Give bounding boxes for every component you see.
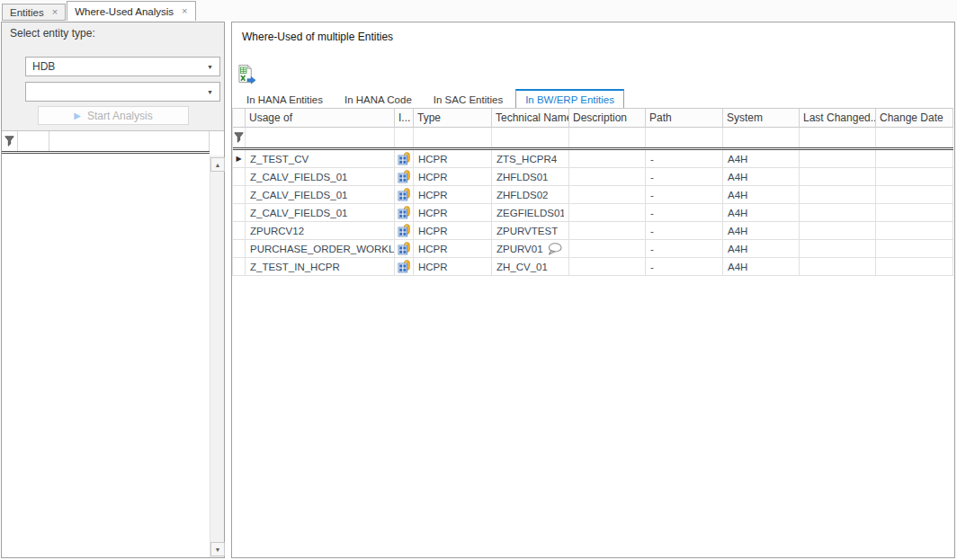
tab-close-icon[interactable]: × <box>182 6 187 16</box>
entity-select[interactable]: ▼ <box>25 82 220 102</box>
cell-description[interactable] <box>569 258 646 276</box>
cell-system[interactable]: A4H <box>723 186 800 204</box>
cell-path[interactable]: - <box>646 240 723 258</box>
cell-path[interactable]: - <box>646 168 723 186</box>
cell-type[interactable]: HCPR <box>414 204 492 222</box>
cell-usage-of[interactable]: Z_CALV_FIELDS_01 <box>246 204 395 222</box>
cell-path[interactable]: - <box>646 186 723 204</box>
filter-cell[interactable] <box>492 128 569 147</box>
results-tab-in-sac-entities[interactable]: In SAC Entities <box>425 92 512 108</box>
comment-bubble-icon[interactable] <box>547 243 562 255</box>
cell-object-icon[interactable] <box>395 150 414 168</box>
column-header-description[interactable]: Description <box>569 109 646 128</box>
row-indicator-cell[interactable] <box>233 222 246 240</box>
row-indicator-cell[interactable] <box>233 204 246 222</box>
results-tab-in-hana-code[interactable]: In HANA Code <box>335 92 421 108</box>
cell-type[interactable]: HCPR <box>414 150 492 168</box>
cell-technical-name[interactable]: ZHFLDS02 <box>492 186 569 204</box>
cell-usage-of[interactable]: ZPURCV12 <box>246 222 395 240</box>
cell-object-icon[interactable] <box>395 186 414 204</box>
filter-cell[interactable] <box>414 128 492 147</box>
cell-technical-name[interactable]: ZEGFIELDS01 <box>492 204 569 222</box>
cell-usage-of[interactable]: Z_TEST_IN_HCPR <box>246 258 395 276</box>
sidebar-scrollbar[interactable]: ▲ ▼ <box>210 156 224 557</box>
filter-cell[interactable] <box>876 128 953 147</box>
cell-usage-of[interactable]: Z_CALV_FIELDS_01 <box>246 168 395 186</box>
cell-usage-of[interactable]: Z_TEST_CV <box>246 150 395 168</box>
column-header-change-date[interactable]: Change Date <box>876 109 953 128</box>
cell-last-changed[interactable] <box>800 150 876 168</box>
column-header-i[interactable]: I... <box>395 109 414 128</box>
cell-change-date[interactable] <box>876 240 953 258</box>
table-row[interactable]: ZPURCV12HCPRZPURVTEST-A4H <box>233 222 953 240</box>
cell-object-icon[interactable] <box>395 258 414 276</box>
cell-description[interactable] <box>569 150 646 168</box>
cell-system[interactable]: A4H <box>723 168 800 186</box>
cell-system[interactable]: A4H <box>723 204 800 222</box>
results-tab-in-hana-entities[interactable]: In HANA Entities <box>237 92 332 108</box>
window-tab-where-used-analysis[interactable]: Where-Used Analysis× <box>67 1 195 21</box>
filter-cell[interactable] <box>723 128 800 147</box>
cell-object-icon[interactable] <box>395 204 414 222</box>
table-row[interactable]: PURCHASE_ORDER_WORKLISTHCPRZPURV01-A4H <box>233 240 953 258</box>
column-header-type[interactable]: Type <box>414 109 492 128</box>
cell-path[interactable]: - <box>646 204 723 222</box>
cell-technical-name[interactable]: ZPURV01 <box>492 240 569 258</box>
cell-technical-name[interactable]: ZPURVTEST <box>492 222 569 240</box>
table-row[interactable]: ▶Z_TEST_CVHCPRZTS_HCPR4-A4H <box>233 150 953 168</box>
row-indicator-cell[interactable] <box>233 240 246 258</box>
cell-path[interactable]: - <box>646 222 723 240</box>
column-header-system[interactable]: System <box>723 109 800 128</box>
scroll-up-icon[interactable]: ▲ <box>210 157 225 172</box>
cell-system[interactable]: A4H <box>723 150 800 168</box>
cell-system[interactable]: A4H <box>723 258 800 276</box>
cell-type[interactable]: HCPR <box>414 222 492 240</box>
cell-change-date[interactable] <box>876 222 953 240</box>
results-tab-in-bw-erp-entities[interactable]: In BW/ERP Entities <box>515 89 624 108</box>
cell-last-changed[interactable] <box>800 204 876 222</box>
cell-description[interactable] <box>569 168 646 186</box>
cell-object-icon[interactable] <box>395 168 414 186</box>
cell-last-changed[interactable] <box>800 186 876 204</box>
filter-cell[interactable] <box>646 128 723 147</box>
table-row[interactable]: Z_CALV_FIELDS_01HCPRZEGFIELDS01-A4H <box>233 204 953 222</box>
column-header-last-changed[interactable]: Last Changed... <box>800 109 876 128</box>
column-header-indicator[interactable] <box>233 109 246 128</box>
cell-type[interactable]: HCPR <box>414 186 492 204</box>
cell-change-date[interactable] <box>876 258 953 276</box>
cell-last-changed[interactable] <box>800 222 876 240</box>
cell-type[interactable]: HCPR <box>414 258 492 276</box>
cell-path[interactable]: - <box>646 150 723 168</box>
cell-description[interactable] <box>569 186 646 204</box>
tab-close-icon[interactable]: × <box>52 7 58 17</box>
cell-object-icon[interactable] <box>395 222 414 240</box>
cell-path[interactable]: - <box>646 258 723 276</box>
filter-cell[interactable] <box>569 128 646 147</box>
window-tab-entities[interactable]: Entities× <box>2 4 66 21</box>
cell-change-date[interactable] <box>876 204 953 222</box>
cell-last-changed[interactable] <box>800 168 876 186</box>
cell-last-changed[interactable] <box>800 258 876 276</box>
filter-cell[interactable] <box>395 128 414 147</box>
entity-type-select[interactable]: HDB ▼ <box>25 57 220 76</box>
cell-description[interactable] <box>569 204 646 222</box>
scroll-down-icon[interactable]: ▼ <box>210 542 225 556</box>
table-row[interactable]: Z_TEST_IN_HCPRHCPRZH_CV_01-A4H <box>233 258 953 276</box>
cell-usage-of[interactable]: Z_CALV_FIELDS_01 <box>246 186 395 204</box>
cell-technical-name[interactable]: ZTS_HCPR4 <box>492 150 569 168</box>
sidebar-filter-cell[interactable] <box>17 131 49 151</box>
export-to-excel-button[interactable] <box>236 62 257 85</box>
table-row[interactable]: Z_CALV_FIELDS_01HCPRZHFLDS02-A4H <box>233 186 953 204</box>
cell-last-changed[interactable] <box>800 240 876 258</box>
filter-cell[interactable] <box>800 128 876 147</box>
cell-change-date[interactable] <box>876 150 953 168</box>
sidebar-filter-cell[interactable] <box>49 131 210 151</box>
column-header-technical-name[interactable]: Technical Name <box>492 109 569 128</box>
table-row[interactable]: Z_CALV_FIELDS_01HCPRZHFLDS01-A4H <box>233 168 953 186</box>
row-indicator-cell[interactable] <box>233 168 246 186</box>
cell-object-icon[interactable] <box>395 240 414 258</box>
cell-technical-name[interactable]: ZHFLDS01 <box>492 168 569 186</box>
row-indicator-cell[interactable] <box>233 258 246 276</box>
column-header-usage-of[interactable]: Usage of <box>246 109 395 128</box>
cell-system[interactable]: A4H <box>723 222 800 240</box>
